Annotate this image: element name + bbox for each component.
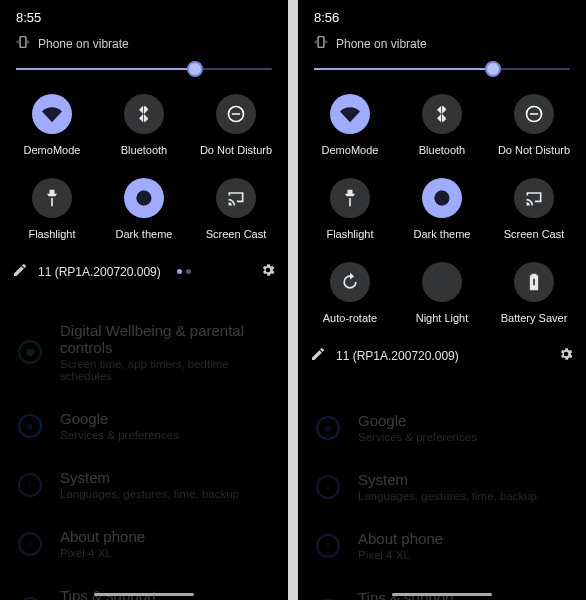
tile-label: Screen Cast [206, 228, 267, 240]
tile-rotate[interactable]: Auto-rotate [304, 252, 396, 336]
tile-label: Bluetooth [121, 144, 167, 156]
tile-label: Screen Cast [504, 228, 565, 240]
svg-rect-2 [30, 484, 31, 487]
settings-sub: Pixel 4 XL [60, 547, 145, 559]
settings-item[interactable]: SystemLanguages, gestures, time, backup [0, 455, 288, 514]
tile-label: DemoMode [24, 144, 81, 156]
nav-handle[interactable] [94, 593, 194, 596]
edit-tiles-button[interactable] [310, 346, 326, 365]
slider-thumb[interactable] [187, 61, 203, 77]
ringer-text: Phone on vibrate [336, 37, 427, 51]
wifi-icon [330, 94, 370, 134]
tile-dark[interactable]: Dark theme [98, 168, 190, 252]
settings-button[interactable] [260, 262, 276, 281]
settings-item[interactable]: SystemLanguages, gestures, time, backup [298, 457, 586, 516]
settings-title: About phone [60, 528, 145, 545]
vibrate-icon [314, 35, 328, 52]
svg-point-12 [327, 543, 329, 545]
settings-icon [18, 473, 42, 497]
settings-item[interactable]: GGoogleServices & preferences [298, 398, 586, 457]
tile-label: Battery Saver [501, 312, 568, 324]
svg-rect-11 [328, 486, 329, 489]
settings-sub: Services & preferences [60, 429, 179, 441]
settings-item[interactable]: ?Tips & supportHelp articles, phone & ch… [298, 575, 586, 600]
tile-cast[interactable]: Screen Cast [488, 168, 580, 252]
tile-label: Flashlight [28, 228, 75, 240]
page-dots [177, 269, 191, 274]
svg-rect-13 [328, 545, 329, 548]
tile-label: Do Not Disturb [200, 144, 272, 156]
tile-label: Dark theme [116, 228, 173, 240]
svg-point-1 [29, 482, 31, 484]
tile-bluetooth[interactable]: Bluetooth [98, 84, 190, 168]
cast-icon [514, 178, 554, 218]
settings-sub: Pixel 4 XL [358, 549, 443, 561]
bluetooth-icon [422, 94, 462, 134]
svg-rect-16 [530, 113, 538, 115]
settings-icon: G [18, 414, 42, 438]
ringer-text: Phone on vibrate [38, 37, 129, 51]
brightness-slider[interactable] [298, 62, 586, 82]
settings-title: System [358, 471, 537, 488]
dark-icon [422, 178, 462, 218]
build-number: 11 (RP1A.200720.009) [336, 349, 459, 363]
settings-title: Digital Wellbeing & parental controls [60, 322, 270, 356]
svg-rect-4 [30, 543, 31, 546]
settings-icon [18, 532, 42, 556]
battery-icon [514, 262, 554, 302]
brightness-slider[interactable] [0, 62, 288, 82]
tile-cast[interactable]: Screen Cast [190, 168, 282, 252]
svg-rect-7 [232, 113, 240, 115]
settings-title: Google [60, 410, 179, 427]
svg-text:G: G [325, 424, 331, 431]
flash-icon [32, 178, 72, 218]
dark-icon [124, 178, 164, 218]
settings-title: System [60, 469, 239, 486]
tile-label: Auto-rotate [323, 312, 377, 324]
qs-tiles: DemoModeBluetoothDo Not DisturbFlashligh… [0, 82, 288, 254]
tile-flash[interactable]: Flashlight [6, 168, 98, 252]
night-icon [422, 262, 462, 302]
svg-point-10 [327, 484, 329, 486]
settings-item[interactable]: About phonePixel 4 XL [0, 514, 288, 573]
tile-label: Night Light [416, 312, 469, 324]
settings-icon: G [316, 416, 340, 440]
vibrate-icon [16, 35, 30, 52]
tile-wifi[interactable]: DemoMode [304, 84, 396, 168]
svg-text:G: G [27, 422, 33, 429]
tile-dnd[interactable]: Do Not Disturb [488, 84, 580, 168]
settings-sub: Screen time, app timers, bedtime schedul… [60, 358, 270, 382]
edit-tiles-button[interactable] [12, 262, 28, 281]
qs-tiles: DemoModeBluetoothDo Not DisturbFlashligh… [298, 82, 586, 338]
tile-dnd[interactable]: Do Not Disturb [190, 84, 282, 168]
settings-item[interactable]: Digital Wellbeing & parental controlsScr… [0, 308, 288, 396]
tile-dark[interactable]: Dark theme [396, 168, 488, 252]
build-number: 11 (RP1A.200720.009) [38, 265, 161, 279]
clock: 8:56 [314, 10, 339, 25]
settings-icon [316, 534, 340, 558]
ringer-status: Phone on vibrate [298, 29, 586, 62]
tile-wifi[interactable]: DemoMode [6, 84, 98, 168]
tile-bluetooth[interactable]: Bluetooth [396, 84, 488, 168]
flash-icon [330, 178, 370, 218]
settings-item[interactable]: GGoogleServices & preferences [0, 396, 288, 455]
nav-handle[interactable] [392, 593, 492, 596]
settings-title: About phone [358, 530, 443, 547]
settings-sub: Languages, gestures, time, backup [358, 490, 537, 502]
settings-button[interactable] [558, 346, 574, 365]
tile-label: Do Not Disturb [498, 144, 570, 156]
tile-battery[interactable]: Battery Saver [488, 252, 580, 336]
slider-thumb[interactable] [485, 61, 501, 77]
bluetooth-icon [124, 94, 164, 134]
tile-flash[interactable]: Flashlight [304, 168, 396, 252]
wifi-icon [32, 94, 72, 134]
settings-item[interactable]: About phonePixel 4 XL [298, 516, 586, 575]
tile-night[interactable]: Night Light [396, 252, 488, 336]
dnd-icon [216, 94, 256, 134]
settings-icon [316, 475, 340, 499]
settings-sub: Services & preferences [358, 431, 477, 443]
rotate-icon [330, 262, 370, 302]
svg-point-3 [29, 541, 31, 543]
tile-label: Flashlight [326, 228, 373, 240]
ringer-status: Phone on vibrate [0, 29, 288, 62]
